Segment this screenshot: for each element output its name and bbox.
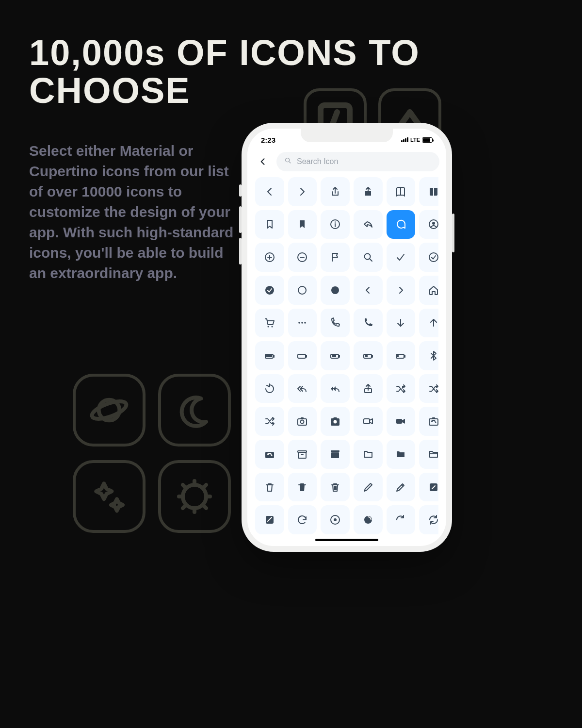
svg-rect-46: [365, 355, 368, 357]
refresh-cw-icon[interactable]: [387, 505, 416, 534]
book-icon[interactable]: [387, 177, 416, 206]
cart-icon[interactable]: [255, 309, 284, 338]
folder-alt-icon[interactable]: [419, 440, 438, 469]
angle-right-icon[interactable]: [387, 276, 416, 305]
phone-outline-icon[interactable]: [321, 309, 350, 338]
info-circle-icon[interactable]: [321, 210, 350, 239]
shuffle-bold-icon[interactable]: [255, 407, 284, 436]
archive-outline-icon[interactable]: [288, 440, 317, 469]
svg-rect-60: [298, 451, 307, 452]
share-up-icon[interactable]: [354, 374, 383, 403]
svg-line-9: [204, 506, 206, 508]
svg-point-33: [302, 322, 304, 324]
shuffle-icon[interactable]: [387, 374, 416, 403]
refresh-ccw-icon[interactable]: [255, 374, 284, 403]
pencil-alt-icon[interactable]: [387, 473, 416, 502]
phone-side-button: [239, 184, 242, 197]
video-outline-icon[interactable]: [354, 407, 383, 436]
folder-filled-icon[interactable]: [387, 440, 416, 469]
check-icon[interactable]: [387, 243, 416, 272]
check-filled-icon[interactable]: [255, 276, 284, 305]
svg-rect-55: [364, 419, 370, 424]
pencil-icon[interactable]: [354, 473, 383, 502]
trash-outline-icon[interactable]: [255, 473, 284, 502]
loading-icon[interactable]: [354, 505, 383, 534]
svg-rect-62: [331, 452, 339, 458]
bg-tile-moon-icon: [158, 374, 231, 447]
note-filled-icon[interactable]: [255, 505, 284, 534]
svg-point-29: [331, 286, 339, 294]
search-input[interactable]: Search Icon: [276, 152, 439, 171]
trash-stripes-icon[interactable]: [321, 473, 350, 502]
svg-rect-38: [266, 355, 272, 357]
circle-icon[interactable]: [288, 276, 317, 305]
ellipsis-icon[interactable]: [288, 309, 317, 338]
toolbar: Search Icon: [254, 151, 439, 172]
camera-flip-icon[interactable]: [255, 440, 284, 469]
svg-rect-40: [298, 354, 306, 358]
battery-25-icon[interactable]: [387, 341, 416, 370]
rotate-cw-icon[interactable]: [288, 505, 317, 534]
svg-line-25: [370, 259, 372, 261]
battery-empty-icon[interactable]: [288, 341, 317, 370]
reply-icon[interactable]: [354, 210, 383, 239]
svg-point-12: [286, 158, 290, 162]
minus-circle-icon[interactable]: [288, 243, 317, 272]
target-icon[interactable]: [321, 505, 350, 534]
battery-75-icon[interactable]: [321, 341, 350, 370]
svg-point-28: [298, 286, 306, 294]
arrow-down-icon[interactable]: [387, 309, 416, 338]
phone-mockup: 2:23 LTE Search Icon: [247, 129, 446, 546]
svg-point-31: [271, 326, 273, 328]
svg-point-53: [301, 420, 304, 424]
refresh-cw-alt-icon[interactable]: [419, 505, 438, 534]
phone-filled-icon[interactable]: [354, 309, 383, 338]
shuffle-alt-icon[interactable]: [419, 374, 438, 403]
status-bar: 2:23 LTE: [247, 133, 446, 146]
back-button[interactable]: [254, 153, 272, 170]
phone-side-button: [452, 214, 454, 252]
camera-outline-icon[interactable]: [288, 407, 317, 436]
chevron-right-icon[interactable]: [288, 177, 317, 206]
archive-filled-icon[interactable]: [321, 440, 350, 469]
bookmark-filled-icon[interactable]: [288, 210, 317, 239]
battery-icon: [422, 137, 433, 143]
flag-icon[interactable]: [321, 243, 350, 272]
user-circle-icon[interactable]: [419, 210, 438, 239]
svg-line-11: [183, 506, 185, 508]
trash-filled-icon[interactable]: [288, 473, 317, 502]
svg-point-54: [334, 420, 337, 424]
chevron-left-icon[interactable]: [255, 177, 284, 206]
svg-point-30: [267, 326, 269, 328]
svg-point-34: [305, 322, 307, 324]
svg-rect-63: [331, 450, 340, 452]
status-time: 2:23: [261, 136, 275, 144]
bluetooth-icon[interactable]: [419, 341, 438, 370]
battery-full-icon[interactable]: [255, 341, 284, 370]
svg-line-8: [183, 485, 185, 487]
reply-all-filled-icon[interactable]: [321, 374, 350, 403]
arrow-up-icon[interactable]: [419, 309, 438, 338]
svg-line-13: [289, 162, 291, 163]
share-icon[interactable]: [321, 177, 350, 206]
folder-outline-icon[interactable]: [354, 440, 383, 469]
angle-left-icon[interactable]: [354, 276, 383, 305]
share-filled-icon[interactable]: [354, 177, 383, 206]
home-icon[interactable]: [419, 276, 438, 305]
video-filled-icon[interactable]: [387, 407, 416, 436]
bg-tile-sparkles-icon: [73, 460, 146, 533]
icon-grid: [255, 177, 438, 534]
battery-50-icon[interactable]: [354, 341, 383, 370]
plus-circle-icon[interactable]: [255, 243, 284, 272]
chat-bubble-icon[interactable]: [387, 210, 416, 239]
compose-icon[interactable]: [419, 473, 438, 502]
camera-filled-icon[interactable]: [321, 407, 350, 436]
bookmark-icon[interactable]: [255, 210, 284, 239]
camera-rotate-icon[interactable]: [419, 407, 438, 436]
search-icon[interactable]: [354, 243, 383, 272]
book-filled-icon[interactable]: [419, 177, 438, 206]
circle-filled-icon[interactable]: [321, 276, 350, 305]
svg-point-27: [265, 286, 274, 295]
reply-all-icon[interactable]: [288, 374, 317, 403]
check-circle-icon[interactable]: [419, 243, 438, 272]
